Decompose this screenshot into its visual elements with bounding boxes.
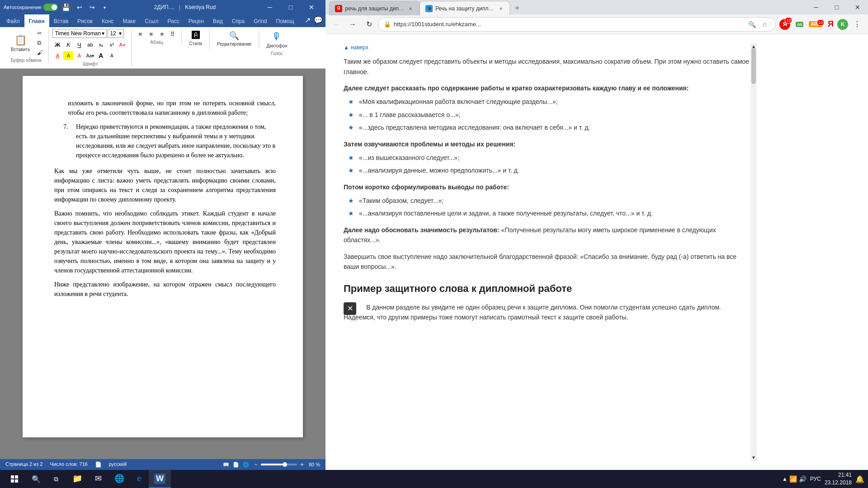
view-read-icon[interactable]: 📖	[223, 462, 229, 468]
zoom-slider[interactable]	[261, 464, 297, 465]
close-button[interactable]: ✕	[301, 0, 322, 14]
format-painter-button[interactable]: 🖌	[35, 48, 45, 57]
arr-badge-container[interactable]: ARR 10	[809, 21, 822, 27]
browser-maximize-button[interactable]: □	[826, 0, 847, 14]
styles-group: 🅰 Стили	[182, 29, 210, 49]
zoom-out-button[interactable]: －	[253, 460, 259, 469]
styles-button[interactable]: 🅰 Стили	[185, 29, 206, 48]
search-address-icon[interactable]: 🔍	[746, 19, 757, 30]
tab2-close-button[interactable]: ×	[498, 5, 504, 12]
autosave-toggle[interactable]: Автосохранение	[4, 4, 58, 11]
save-icon[interactable]: 💾	[61, 3, 71, 12]
char-color-button[interactable]: A	[74, 51, 84, 60]
start-button[interactable]	[4, 470, 25, 488]
tab-review[interactable]: Рецен	[184, 14, 208, 27]
voice-button[interactable]: 🎙 Диктофон	[263, 29, 291, 50]
taskbar-chrome[interactable]: 🌐	[109, 470, 130, 488]
browser-tab-1[interactable]: Я речь для защиты диплом... ×	[329, 1, 420, 15]
tab-draw[interactable]: Рисов	[73, 14, 97, 27]
scrollbar-down-button[interactable]: ▼	[750, 455, 757, 461]
tab-view[interactable]: Вид	[208, 14, 227, 27]
forward-button[interactable]: →	[345, 17, 360, 32]
view-web-icon[interactable]: 🌐	[243, 462, 249, 468]
tab-help[interactable]: Спра	[227, 14, 250, 27]
language-indicator[interactable]: РУС	[810, 476, 821, 482]
taskbar-mail[interactable]: ✉	[90, 470, 107, 488]
yandex-search-badge[interactable]: Я	[828, 19, 834, 29]
cut-button[interactable]: ✂	[35, 29, 45, 38]
undo-icon[interactable]: ↩	[74, 2, 85, 13]
autosave-switch[interactable]	[43, 4, 58, 11]
redo-icon[interactable]: ↪	[87, 2, 98, 13]
volume-icon[interactable]: 🔊	[799, 475, 807, 483]
align-right-button[interactable]: ≡	[157, 29, 167, 38]
browser-minimize-button[interactable]: ─	[806, 0, 826, 14]
tray-expand-icon[interactable]: ▲	[782, 476, 788, 482]
address-bar[interactable]: 🔒 https://1001student.ru/ehkzame... 🔍 ☆	[378, 17, 776, 32]
scroll-top-indicator[interactable]: ▲ наверх	[344, 43, 750, 52]
tab-help2[interactable]: Помощ	[272, 14, 299, 27]
edge-icon: e	[137, 474, 142, 483]
decrease-font-button[interactable]: A	[107, 51, 117, 60]
network-icon[interactable]: 📶	[789, 475, 797, 483]
taskbar-word[interactable]: W	[149, 470, 171, 488]
font-name-selector[interactable]: Times New Roman ▾	[52, 29, 107, 38]
clear-format-button[interactable]: A✕	[118, 40, 127, 49]
tab-insert[interactable]: Встав	[49, 14, 73, 27]
user-avatar[interactable]: K	[837, 19, 848, 30]
proofing-icon[interactable]: 📄	[95, 461, 102, 468]
tab-grind[interactable]: Grind	[249, 14, 271, 27]
back-button[interactable]: ←	[329, 17, 344, 32]
tab-home[interactable]: Главн	[24, 14, 49, 27]
align-center-button[interactable]: ≡	[146, 29, 156, 38]
tab-design[interactable]: Конс	[97, 14, 118, 27]
browser-tab-2[interactable]: 🎓 Речь на защиту диплома ... ×	[420, 1, 510, 15]
taskbar-edge[interactable]: e	[132, 470, 147, 488]
share-icon[interactable]: ↗	[302, 14, 313, 25]
align-left-button[interactable]: ≡	[135, 29, 145, 38]
view-layout-icon[interactable]: 📄	[233, 462, 239, 468]
refresh-button[interactable]: ↻	[362, 17, 376, 32]
maximize-button[interactable]: □	[280, 0, 301, 14]
bold-button[interactable]: Ж	[52, 40, 62, 49]
system-clock[interactable]: 21:41 23.12.2018	[825, 471, 852, 487]
editing-button[interactable]: 🔍 Редактирование	[213, 29, 255, 48]
yandex-addon-badge[interactable]: Я 10	[779, 19, 790, 30]
copy-button[interactable]: ⧉	[35, 38, 45, 47]
browser-close-button[interactable]: ✕	[847, 0, 868, 14]
language-indicator[interactable]: русский	[109, 461, 127, 468]
tab-file[interactable]: Файл	[2, 14, 24, 27]
paste-button[interactable]: 📋 Вставить	[7, 33, 33, 54]
more-icon[interactable]: ▾	[99, 2, 110, 13]
font-color-button[interactable]: A	[52, 51, 62, 60]
tab1-close-button[interactable]: ×	[407, 5, 414, 12]
highlight-button[interactable]: A	[63, 51, 73, 60]
superscript-button[interactable]: x²	[107, 40, 117, 49]
subscript-button[interactable]: x₂	[96, 40, 106, 49]
browser-menu-button[interactable]: ⋮	[850, 17, 864, 32]
mail-icon: ✉	[95, 474, 102, 483]
italic-button[interactable]: К	[63, 40, 73, 49]
case-button[interactable]: Aa▾	[85, 51, 95, 60]
tab-mailings[interactable]: Расс	[163, 14, 184, 27]
increase-font-button[interactable]: A	[96, 51, 106, 60]
comments-icon[interactable]: 💬	[313, 14, 324, 25]
browser-scrollbar[interactable]: ▲ ▼	[750, 43, 757, 461]
scrollbar-thumb[interactable]	[751, 48, 756, 84]
underline-button[interactable]: Ч	[74, 40, 84, 49]
on-badge-container[interactable]: on	[796, 22, 803, 27]
close-overlay-button[interactable]: ✕	[344, 302, 356, 315]
font-size-selector[interactable]: 12 ▾	[108, 29, 124, 38]
justify-button[interactable]: ⠿	[168, 29, 178, 38]
minimize-button[interactable]: ─	[259, 0, 280, 14]
bookmark-icon[interactable]: ☆	[759, 19, 770, 30]
tab-references[interactable]: Ссыл	[140, 14, 163, 27]
strikethrough-button[interactable]: аb	[85, 40, 95, 49]
notifications-icon[interactable]: 🔔	[855, 475, 864, 483]
task-view-button[interactable]: ⧉	[47, 470, 65, 488]
new-tab-button[interactable]: +	[510, 1, 524, 15]
taskbar-file-explorer[interactable]: 📁	[67, 470, 88, 488]
tab-layout[interactable]: Маке	[118, 14, 140, 27]
search-taskbar-button[interactable]: 🔍	[27, 470, 45, 488]
zoom-in-button[interactable]: ＋	[299, 460, 305, 469]
